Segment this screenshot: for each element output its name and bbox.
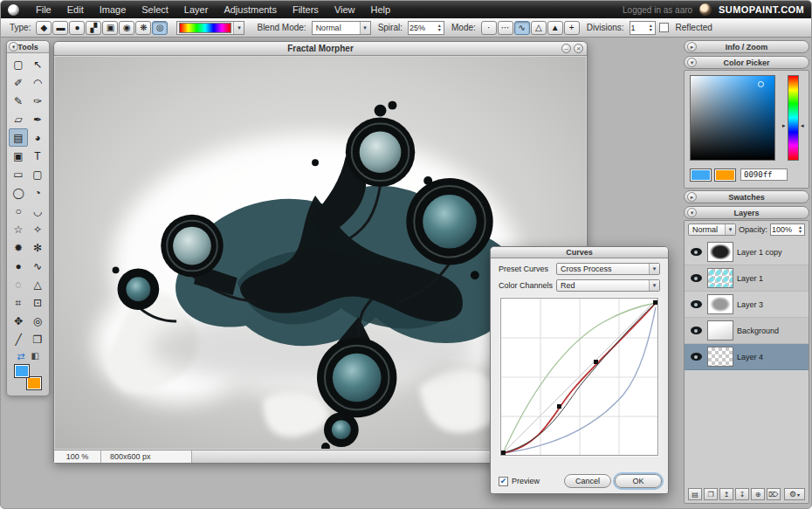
blur-tool[interactable]: ◌ — [9, 275, 28, 293]
curve-tool[interactable]: ◡ — [28, 202, 47, 220]
crop-tool[interactable]: ⌗ — [9, 293, 28, 312]
foreground-color-chip[interactable] — [690, 169, 712, 182]
fill-tool[interactable]: ◕ — [28, 128, 47, 147]
cancel-button[interactable]: Cancel — [564, 474, 611, 488]
collapse-arrow-icon[interactable] — [687, 208, 697, 217]
tools-panel-header[interactable]: Tools — [7, 41, 49, 53]
star-tool[interactable]: ☆ — [9, 220, 28, 238]
layer-options-button[interactable]: ⚙ — [784, 488, 805, 500]
swap-colors-icon[interactable] — [17, 351, 24, 362]
brush-type-burst-icon[interactable]: ❋ — [135, 21, 151, 35]
document-titlebar[interactable]: Fractal Morpher — [54, 42, 587, 56]
visibility-toggle[interactable] — [688, 248, 704, 256]
eraser-tool[interactable]: ▱ — [9, 110, 28, 128]
star4-tool[interactable]: ✧ — [28, 220, 47, 238]
spiral-stepper[interactable] — [437, 24, 443, 32]
eyedropper-tool[interactable]: ✐ — [9, 73, 28, 92]
raise-layer-button[interactable]: ↥ — [719, 488, 733, 500]
visibility-toggle[interactable] — [688, 327, 704, 334]
spiral-input[interactable] — [409, 24, 437, 32]
smudge-tool[interactable]: ∿ — [28, 257, 47, 275]
hue-slider[interactable] — [788, 75, 799, 161]
brush-type-spiral-icon[interactable]: ◎ — [152, 21, 168, 35]
flower-tool[interactable]: ✻ — [28, 238, 47, 257]
collapse-arrow-icon[interactable] — [687, 192, 697, 202]
menu-item[interactable]: Layer — [176, 1, 217, 18]
color-channels-select[interactable]: Red — [556, 279, 660, 292]
layers-panel-header[interactable]: Layers — [684, 206, 809, 219]
collapse-arrow-icon[interactable] — [687, 42, 697, 52]
drop-tool[interactable]: ● — [9, 257, 28, 275]
curves-graph[interactable] — [500, 298, 658, 456]
ok-button[interactable]: OK — [615, 474, 662, 488]
mode-dotted-line-icon[interactable]: ⋯ — [498, 21, 513, 35]
new-layer-button[interactable]: ▤ — [688, 488, 702, 500]
menu-item[interactable]: Select — [134, 1, 176, 18]
text-tool[interactable]: T — [28, 147, 47, 165]
hex-color-input[interactable] — [741, 170, 787, 179]
circle-tool[interactable]: ○ — [9, 202, 28, 220]
brush-type-square-icon[interactable]: ▣ — [102, 21, 118, 35]
sumopaint-brand-link[interactable]: SUMOPAINT.COM — [719, 4, 804, 15]
layer-row[interactable]: Layer 4 — [685, 344, 809, 370]
collapse-arrow-icon[interactable] — [9, 42, 18, 52]
hue-handle-icon[interactable] — [782, 122, 786, 129]
brush-tool[interactable]: ✑ — [28, 92, 47, 110]
menu-item[interactable]: Edit — [59, 1, 92, 18]
layer-blend-mode-select[interactable]: Normal — [688, 224, 736, 236]
gradient-tool[interactable]: ▤ — [9, 128, 28, 147]
stamp-tool[interactable]: ▣ — [9, 147, 28, 165]
layer-row[interactable]: Layer 1 — [685, 265, 809, 292]
layer-row[interactable]: Layer 3 — [685, 292, 809, 318]
menu-item[interactable]: Help — [363, 1, 399, 18]
preview-checkbox[interactable] — [499, 477, 508, 486]
move-tool[interactable]: ↖ — [28, 55, 47, 73]
delete-layer-button[interactable]: ⌦ — [767, 488, 781, 500]
clone-tool[interactable]: ❐ — [28, 330, 47, 348]
curves-dialog-titlebar[interactable]: Curves — [491, 247, 668, 258]
visibility-toggle[interactable] — [688, 300, 704, 308]
divisions-input[interactable] — [631, 24, 648, 32]
lower-layer-button[interactable]: ↧ — [735, 488, 749, 500]
divisions-stepper[interactable] — [648, 24, 654, 32]
marquee-tool[interactable]: ▢ — [9, 55, 28, 73]
visibility-toggle[interactable] — [688, 353, 704, 361]
hand-tool[interactable]: ✥ — [9, 312, 28, 330]
blend-mode-select[interactable]: Normal — [312, 21, 371, 35]
reflected-checkbox[interactable] — [659, 23, 669, 32]
new-folder-button[interactable]: ❐ — [704, 488, 718, 500]
menu-item[interactable]: View — [327, 1, 363, 18]
saturation-value-square[interactable] — [690, 75, 775, 161]
close-window-icon[interactable] — [574, 44, 583, 53]
hue-handle-icon[interactable] — [801, 122, 804, 129]
brush-type-ring-icon[interactable]: ◉ — [119, 21, 134, 35]
menu-item[interactable]: Filters — [285, 1, 327, 18]
mode-crosshair-icon[interactable]: + — [564, 21, 580, 35]
zoom-tool[interactable]: ◎ — [28, 312, 47, 330]
default-colors-icon[interactable] — [31, 351, 38, 362]
opacity-stepper[interactable] — [797, 225, 803, 234]
visibility-toggle[interactable] — [688, 274, 704, 282]
brush-type-flat-icon[interactable]: ◆ — [36, 21, 52, 35]
line-tool[interactable]: ╱ — [9, 330, 28, 348]
frame-tool[interactable]: ⊡ — [28, 293, 47, 312]
menu-item[interactable]: File — [28, 1, 59, 18]
opacity-input[interactable] — [772, 225, 797, 234]
swatches-panel-header[interactable]: Swatches — [684, 190, 809, 203]
mode-triangle-icon[interactable]: △ — [531, 21, 547, 35]
menu-item[interactable]: Image — [92, 1, 134, 18]
gradient-preset-select[interactable] — [176, 21, 244, 35]
ellipse-tool[interactable]: ◯ — [9, 183, 28, 202]
collapse-arrow-icon[interactable] — [687, 58, 697, 67]
layer-row[interactable]: Background — [685, 318, 809, 344]
foreground-color-swatch[interactable] — [14, 364, 30, 378]
rectangle-tool[interactable]: ▭ — [9, 165, 28, 183]
info-zoom-panel-header[interactable]: Info / Zoom — [684, 40, 809, 53]
menu-item[interactable]: Adjustments — [216, 1, 285, 18]
brush-type-bar-icon[interactable]: ▬ — [52, 21, 68, 35]
sumo-logo-icon[interactable] — [8, 4, 19, 16]
ink-tool[interactable]: ✒ — [28, 110, 47, 128]
background-color-swatch[interactable] — [26, 376, 42, 390]
preset-curves-select[interactable]: Cross Process — [556, 263, 660, 275]
pencil-tool[interactable]: ✎ — [9, 92, 28, 110]
